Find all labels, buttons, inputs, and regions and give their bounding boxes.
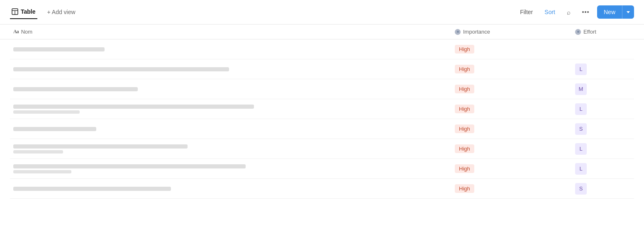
cell-effort-4: L [572,100,634,118]
cell-importance-3: High [451,81,572,97]
effort-icon [575,29,581,35]
cell-effort-5: S [572,120,634,138]
data-table: Aa Nom Importance Effort [0,24,644,234]
table-row[interactable]: High S [10,119,634,139]
filter-button[interactable]: Filter [517,6,536,18]
table-row[interactable]: High L [10,159,634,179]
importance-badge: High [455,164,474,173]
cell-effort-6: L [572,140,634,158]
search-icon: ⌕ [567,9,571,16]
table-body: High High L [0,39,644,199]
blur-line [13,47,105,51]
blur-line [13,150,63,154]
cell-name-4 [10,101,451,117]
col-effort-label: Effort [583,29,596,35]
importance-badge: High [455,144,474,153]
cell-effort-8: S [572,180,634,198]
new-button[interactable]: New [597,5,622,19]
cell-name-1 [10,44,451,55]
table-row[interactable]: High L [10,99,634,119]
cell-importance-4: High [451,101,572,117]
importance-badge: High [455,105,474,113]
more-button[interactable] [579,9,592,15]
cell-effort-7: L [572,160,634,178]
blur-line [13,127,96,131]
table-row[interactable]: High [10,39,634,59]
effort-badge: M [575,83,587,95]
cell-importance-7: High [451,161,572,176]
blur-line [13,105,254,109]
name-blur-2 [13,67,229,71]
cell-importance-2: High [451,61,572,77]
new-dropdown-button[interactable] [622,5,634,19]
toolbar-right: Filter Sort ⌕ New [517,5,634,19]
importance-icon [455,29,461,35]
cell-importance-1: High [451,41,572,57]
importance-badge: High [455,65,474,73]
table-icon [12,8,18,15]
search-button[interactable]: ⌕ [564,6,574,18]
col-name-label: Nom [21,29,32,35]
importance-badge: High [455,85,474,93]
effort-badge: L [575,143,587,155]
cell-name-7 [10,161,451,177]
cell-importance-6: High [451,141,572,156]
cell-effort-1 [572,46,634,53]
importance-badge: High [455,184,474,193]
effort-badge: L [575,63,587,75]
cell-effort-2: L [572,60,634,78]
blur-line [13,110,80,114]
name-blur-3 [13,87,138,91]
sort-button[interactable]: Sort [541,6,559,18]
name-blur-1 [13,47,105,51]
add-view-button[interactable]: + Add view [44,6,79,18]
table-row[interactable]: High L [10,59,634,79]
col-importance-label: Importance [463,29,490,35]
cell-effort-3: M [572,80,634,98]
blur-line [13,67,229,71]
table-row[interactable]: High L [10,139,634,159]
cell-importance-8: High [451,181,572,196]
text-format-icon: Aa [13,29,19,35]
cell-name-3 [10,84,451,95]
new-button-group: New [597,5,634,19]
filter-label: Filter [520,9,533,15]
cell-name-6 [10,141,451,157]
cell-importance-5: High [451,121,572,136]
effort-badge: L [575,103,587,115]
name-blur-4 [13,105,254,114]
tab-table-label: Table [21,8,36,15]
name-blur-7 [13,164,246,173]
col-header-name: Aa Nom [10,24,451,39]
importance-badge: High [455,45,474,54]
chevron-down-icon [627,11,630,13]
new-label: New [604,9,615,15]
blur-line [13,187,171,191]
table-header: Aa Nom Importance Effort [0,24,644,39]
name-blur-8 [13,187,171,191]
name-blur-5 [13,127,96,131]
blur-line [13,144,188,149]
sort-label: Sort [544,9,555,15]
blur-line [13,87,138,91]
table-row[interactable]: High M [10,79,634,99]
effort-badge: L [575,163,587,175]
effort-badge: S [575,123,587,135]
name-blur-6 [13,144,188,154]
cell-name-2 [10,64,451,75]
blur-line [13,164,246,168]
cell-name-8 [10,183,451,194]
effort-badge: S [575,183,587,195]
toolbar: Table + Add view Filter Sort ⌕ [0,0,644,24]
add-view-label: + Add view [47,9,76,15]
tab-table[interactable]: Table [10,5,37,19]
app-container: Table + Add view Filter Sort ⌕ [0,0,644,234]
table-row[interactable]: High S [10,179,634,199]
importance-badge: High [455,124,474,133]
cell-name-5 [10,124,451,134]
more-icon [582,11,589,13]
blur-line [13,170,71,173]
col-header-effort: Effort [572,24,634,39]
col-header-importance: Importance [451,24,572,39]
toolbar-left: Table + Add view [10,5,79,19]
